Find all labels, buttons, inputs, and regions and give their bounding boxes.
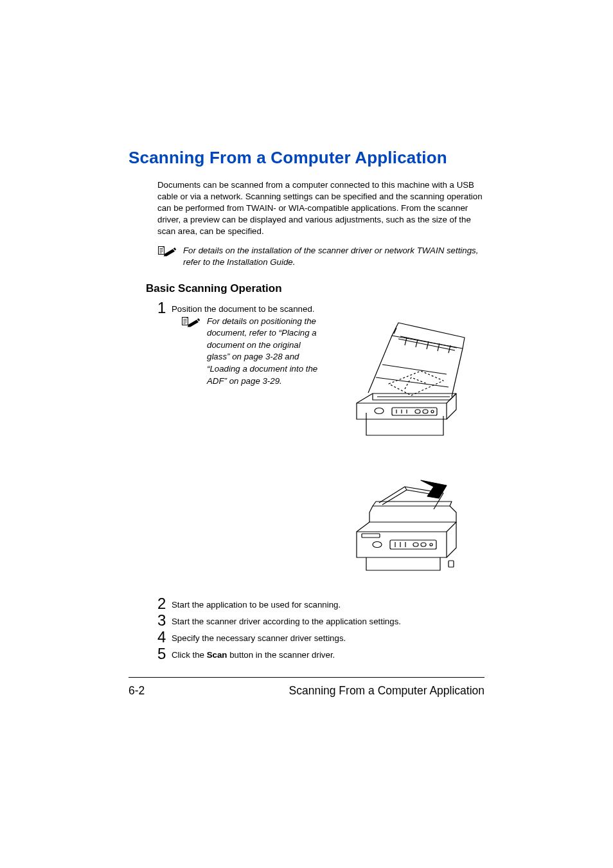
step-5-text: Click the Scan button in the scanner dri… — [172, 646, 335, 661]
svg-rect-33 — [362, 534, 380, 538]
top-note: For details on the installation of the s… — [157, 245, 484, 268]
step-3-number: 3 — [157, 613, 172, 628]
note-icon — [181, 316, 200, 331]
svg-point-15 — [415, 410, 420, 413]
step-3-text: Start the scanner driver according to th… — [172, 613, 401, 628]
step-1-text: Position the document to be scanned. — [172, 300, 315, 315]
footer-title: Scanning From a Computer Application — [289, 684, 484, 698]
step-5-pre: Click the — [172, 650, 207, 660]
top-note-text: For details on the installation of the s… — [183, 245, 484, 268]
svg-rect-11 — [392, 408, 437, 415]
footer-page-number: 6-2 — [129, 684, 145, 698]
step-5: 5 Click the Scan button in the scanner d… — [157, 646, 484, 662]
intro-paragraph: Documents can be scanned from a computer… — [157, 179, 484, 237]
step-1-note: For details on positioning the document,… — [207, 316, 318, 388]
step-1-number: 1 — [157, 300, 172, 316]
svg-point-25 — [373, 541, 382, 547]
step-5-number: 5 — [157, 646, 172, 662]
step-2: 2 Start the application to be used for s… — [157, 596, 484, 611]
svg-line-20 — [405, 338, 407, 345]
figure-scanner-adf — [337, 467, 466, 577]
svg-rect-34 — [449, 561, 454, 567]
svg-point-16 — [423, 410, 428, 413]
sub-heading: Basic Scanning Operation — [146, 282, 484, 295]
step-4: 4 Specify the necessary scanner driver s… — [157, 629, 484, 645]
page-footer: 6-2 Scanning From a Computer Application — [129, 677, 484, 698]
step-5-bold: Scan — [207, 650, 227, 660]
step-4-number: 4 — [157, 629, 172, 645]
svg-point-32 — [430, 543, 432, 546]
step-2-number: 2 — [157, 596, 172, 611]
svg-rect-5 — [182, 317, 188, 325]
svg-rect-0 — [159, 246, 164, 254]
figure-scanner-open-lid — [337, 300, 466, 448]
step-4-text: Specify the necessary scanner driver set… — [172, 629, 346, 644]
step-5-post: button in the scanner driver. — [227, 650, 335, 660]
svg-point-17 — [431, 410, 434, 413]
note-icon — [157, 245, 177, 260]
svg-line-21 — [416, 339, 418, 347]
svg-point-30 — [413, 543, 418, 547]
step-2-text: Start the application to be used for sca… — [172, 596, 341, 611]
main-heading: Scanning From a Computer Application — [129, 148, 484, 168]
svg-point-31 — [421, 543, 426, 547]
svg-point-10 — [375, 408, 384, 413]
step-3: 3 Start the scanner driver according to … — [157, 613, 484, 628]
